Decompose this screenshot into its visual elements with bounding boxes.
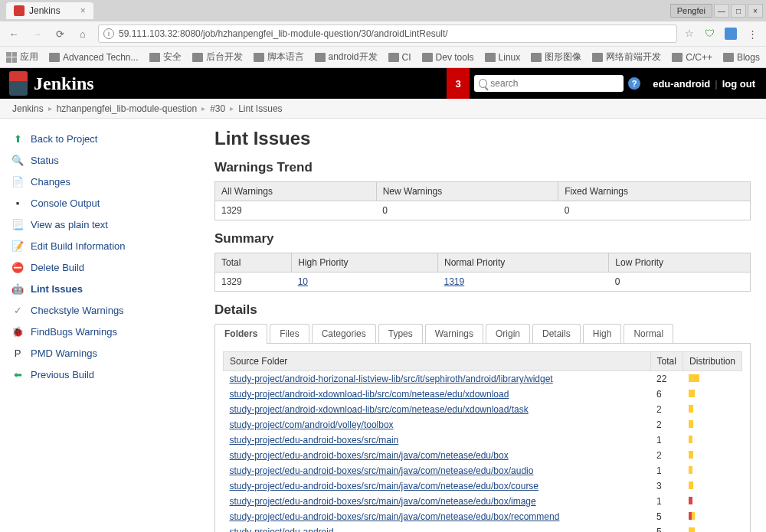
os-user-label: Pengfei: [670, 4, 712, 18]
sidebar-item[interactable]: ⬆Back to Project: [8, 128, 198, 149]
bookmark-folder[interactable]: Linux: [485, 51, 521, 64]
back-button[interactable]: ←: [6, 26, 21, 41]
bookmark-folder[interactable]: Dev tools: [422, 51, 474, 64]
tab[interactable]: Files: [270, 324, 309, 343]
jenkins-logo[interactable]: Jenkins: [0, 71, 103, 96]
breadcrumb-item[interactable]: Jenkins: [8, 103, 48, 114]
tab[interactable]: Types: [378, 324, 423, 343]
bookmark-label: 安全: [163, 51, 182, 64]
bookmark-folder[interactable]: 网络前端开发: [592, 51, 661, 64]
close-tab-icon[interactable]: ×: [80, 5, 86, 16]
folder-link[interactable]: study-project/edu-android-boxes/src/main…: [230, 496, 536, 507]
table-header: Distribution: [683, 352, 741, 371]
table-cell: 1329: [215, 273, 292, 292]
sidebar-item-label: Edit Build Information: [31, 240, 126, 252]
site-info-icon[interactable]: i: [103, 28, 114, 39]
folder-icon: [49, 53, 60, 62]
reload-button[interactable]: ⟳: [52, 26, 67, 41]
folder-link[interactable]: study-project/edu-android-boxes/src/main…: [230, 527, 545, 532]
sidebar-item-label: Console Output: [31, 197, 100, 209]
sidebar-item[interactable]: PPMD Warnings: [8, 342, 198, 364]
minimize-button[interactable]: —: [714, 4, 729, 18]
sidebar-item[interactable]: 📃View as plain text: [8, 214, 198, 235]
bookmark-label: CI: [402, 52, 411, 63]
help-icon[interactable]: ?: [628, 77, 640, 90]
sidebar-item[interactable]: ⛔Delete Build: [8, 256, 198, 278]
search-input[interactable]: [490, 78, 619, 89]
folder-icon: [192, 53, 203, 62]
tab[interactable]: Warnings: [425, 324, 483, 343]
bookmark-folder[interactable]: 脚本语言: [254, 51, 304, 64]
folder-link[interactable]: study-project/android-horizonal-listview…: [230, 374, 553, 384]
main-layout: ⬆Back to Project🔍Status📄Changes▪Console …: [0, 119, 766, 532]
shield-icon[interactable]: 🛡: [705, 28, 717, 40]
notification-badge[interactable]: 3: [447, 68, 470, 99]
folder-link[interactable]: study-project/edu-android-boxes/src/main…: [230, 511, 560, 522]
apps-button[interactable]: 应用: [6, 51, 38, 64]
user-link[interactable]: edu-android: [648, 78, 715, 90]
tab[interactable]: High: [583, 324, 622, 343]
sidebar-item[interactable]: 🔍Status: [8, 149, 198, 171]
breadcrumb-item[interactable]: Lint Issues: [234, 103, 286, 114]
folder-link[interactable]: study-project/edu-android-boxes/src/main: [230, 435, 399, 446]
table-cell: 0: [376, 201, 558, 220]
url-input[interactable]: i 59.111.103.32:8080/job/hzhanpengfei_li…: [98, 24, 677, 43]
bookmark-folder[interactable]: C/C++: [672, 51, 712, 64]
maximize-button[interactable]: □: [731, 4, 746, 18]
sidebar-item-label: Checkstyle Warnings: [31, 305, 124, 316]
table-row: study-project/edu-android-boxes/src/main…: [224, 509, 742, 524]
folder-link[interactable]: study-project/android-xdownload-lib/src/…: [230, 404, 529, 415]
sidebar-item[interactable]: 📄Changes: [8, 171, 198, 192]
breadcrumb-item[interactable]: hzhanpengfei_lib-module-question: [52, 103, 201, 114]
search-box[interactable]: [474, 75, 624, 92]
extension-icon[interactable]: [725, 28, 737, 40]
home-button[interactable]: ⌂: [75, 26, 90, 41]
table-cell: 0: [558, 201, 751, 220]
breadcrumb-item[interactable]: #30: [205, 103, 230, 114]
sidebar-item[interactable]: ✓Checkstyle Warnings: [8, 299, 198, 321]
folder-link[interactable]: study-project/edu-android-boxes/src/main…: [230, 481, 539, 491]
tab[interactable]: Folders: [214, 324, 267, 343]
trend-title: Warnings Trend: [214, 160, 751, 175]
tab[interactable]: Normal: [624, 324, 673, 343]
total-cell: 6: [650, 387, 683, 402]
tab[interactable]: Categories: [312, 324, 376, 343]
bookmark-folder[interactable]: CI: [388, 51, 411, 64]
folder-link[interactable]: study-project/android-xdownload-lib/src/…: [230, 389, 509, 400]
sidebar-item[interactable]: 📝Edit Build Information: [8, 235, 198, 256]
table-row: study-project/edu-android-boxes/src/main…: [224, 463, 742, 478]
summary-table: TotalHigh PriorityNormal PriorityLow Pri…: [214, 253, 751, 292]
logout-link[interactable]: log out: [718, 78, 766, 90]
forward-button[interactable]: →: [29, 26, 44, 41]
table-cell[interactable]: 10: [292, 273, 438, 292]
bookmark-folder[interactable]: 安全: [149, 51, 182, 64]
bookmark-folder[interactable]: 后台开发: [192, 51, 243, 64]
total-cell: 1: [650, 463, 683, 478]
folder-link[interactable]: study-project/com/android/volley/toolbox: [230, 419, 394, 430]
sidebar-item[interactable]: ⬅Previous Build: [8, 364, 198, 385]
bookmark-folder[interactable]: Advanced Techn...: [49, 51, 139, 64]
folder-link[interactable]: study-project/edu-android-boxes/src/main…: [230, 465, 534, 476]
summary-title: Summary: [214, 231, 751, 246]
table-cell[interactable]: 1319: [438, 273, 609, 292]
star-icon[interactable]: ☆: [685, 28, 697, 40]
sidebar-item[interactable]: ▪Console Output: [8, 192, 198, 214]
table-row: study-project/edu-android-boxes/src/main…: [224, 448, 742, 463]
menu-button[interactable]: ⋮: [745, 26, 760, 41]
tab[interactable]: Details: [532, 324, 581, 343]
tab[interactable]: Origin: [486, 324, 530, 343]
address-bar: ← → ⟳ ⌂ i 59.111.103.32:8080/job/hzhanpe…: [0, 21, 766, 46]
bookmark-folder[interactable]: android开发: [315, 51, 378, 64]
close-button[interactable]: ×: [748, 4, 763, 18]
folder-link[interactable]: study-project/edu-android-boxes/src/main…: [230, 450, 509, 461]
bookmark-label: 后台开发: [206, 51, 243, 64]
jenkins-logo-icon: [9, 71, 28, 96]
sidebar-item[interactable]: 🐞FindBugs Warnings: [8, 321, 198, 342]
sidebar-item[interactable]: 🤖Lint Issues: [8, 278, 198, 299]
bookmark-folder[interactable]: Blogs: [723, 51, 760, 64]
browser-tab[interactable]: Jenkins ×: [6, 2, 93, 19]
table-cell: 1329: [215, 201, 377, 220]
bookmark-folder[interactable]: 图形图像: [531, 51, 581, 64]
doc-edit-icon: 📝: [11, 239, 25, 253]
table-row: study-project/android-horizonal-listview…: [224, 371, 742, 387]
